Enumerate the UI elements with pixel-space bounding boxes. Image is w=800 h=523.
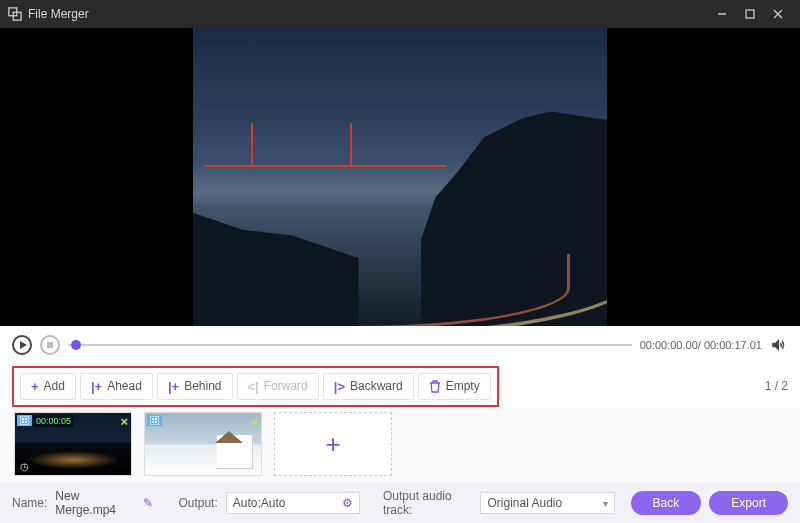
export-button[interactable]: Export [709, 491, 788, 515]
add-label: Add [44, 379, 65, 393]
clip-item[interactable]: 00:00:05 × ◷ [14, 412, 132, 476]
minimize-button[interactable] [708, 0, 736, 28]
svg-rect-7 [22, 418, 24, 420]
titlebar: File Merger [0, 0, 800, 28]
ahead-button[interactable]: |+Ahead [80, 373, 153, 400]
time-display: 00:00:00.00/ 00:00:17.01 [640, 339, 762, 351]
chevron-down-icon: ▾ [603, 498, 608, 509]
maximize-button[interactable] [736, 0, 764, 28]
clip-item[interactable]: × [144, 412, 262, 476]
footer-bar: Name:New Merge.mp4 ✎ Output: Auto;Auto ⚙… [0, 483, 800, 523]
toolbar-highlight-box: +Add |+Ahead |+Behind <|Forward |>Backwa… [12, 366, 499, 407]
add-clip-tile[interactable]: + [274, 412, 392, 476]
svg-rect-11 [150, 416, 159, 425]
svg-rect-9 [22, 421, 24, 423]
back-button[interactable]: Back [631, 491, 702, 515]
clip-duration: 00:00:05 [33, 415, 74, 427]
seek-bar[interactable] [68, 344, 632, 346]
svg-rect-15 [155, 421, 157, 423]
output-value: Auto;Auto [233, 496, 286, 510]
svg-rect-13 [155, 418, 157, 420]
plus-icon: + [325, 429, 340, 460]
app-icon [8, 7, 22, 21]
clip-type-icon [17, 415, 32, 426]
clock-icon[interactable]: ◷ [17, 459, 31, 473]
seek-thumb[interactable] [71, 340, 81, 350]
svg-rect-8 [25, 418, 27, 420]
forward-button[interactable]: <|Forward [237, 373, 319, 400]
audio-track-select[interactable]: Original Audio ▾ [480, 492, 614, 514]
app-title: File Merger [28, 7, 89, 21]
video-preview[interactable] [193, 28, 607, 326]
close-button[interactable] [764, 0, 792, 28]
clip-type-icon [147, 415, 162, 426]
behind-label: Behind [184, 379, 221, 393]
video-preview-area [0, 28, 800, 326]
output-select[interactable]: Auto;Auto ⚙ [226, 492, 360, 514]
add-button[interactable]: +Add [20, 373, 76, 400]
output-label: Output: [178, 496, 217, 510]
forward-label: Forward [264, 379, 308, 393]
clip-remove-icon[interactable]: × [250, 414, 258, 429]
pager: 1 / 2 [765, 379, 788, 393]
player-controls: 00:00:00.00/ 00:00:17.01 [0, 326, 800, 364]
stop-button[interactable] [40, 335, 60, 355]
backward-label: Backward [350, 379, 403, 393]
svg-rect-12 [152, 418, 154, 420]
audio-track-label: Output audio track: [383, 489, 473, 517]
bar-chevron-right-icon: |> [334, 379, 345, 394]
chevron-left-bar-icon: <| [248, 379, 259, 394]
audio-track-value: Original Audio [487, 496, 562, 510]
toolbar-row: +Add |+Ahead |+Behind <|Forward |>Backwa… [0, 364, 800, 408]
svg-rect-3 [746, 10, 754, 18]
name-value: New Merge.mp4 [55, 489, 133, 517]
bar-plus-icon: |+ [168, 379, 179, 394]
name-label: Name: [12, 496, 47, 510]
edit-name-icon[interactable]: ✎ [143, 496, 153, 510]
gear-icon[interactable]: ⚙ [342, 496, 353, 510]
svg-rect-6 [20, 416, 29, 425]
plus-icon: + [31, 379, 39, 394]
behind-button[interactable]: |+Behind [157, 373, 233, 400]
empty-button[interactable]: Empty [418, 373, 491, 400]
clip-remove-icon[interactable]: × [120, 414, 128, 429]
play-button[interactable] [12, 335, 32, 355]
svg-rect-14 [152, 421, 154, 423]
empty-label: Empty [446, 379, 480, 393]
trash-icon [429, 380, 441, 393]
bar-plus-icon: |+ [91, 379, 102, 394]
volume-icon[interactable] [770, 336, 788, 354]
backward-button[interactable]: |>Backward [323, 373, 414, 400]
svg-rect-10 [25, 421, 27, 423]
clip-strip: 00:00:05 × ◷ × + [0, 408, 800, 483]
ahead-label: Ahead [107, 379, 142, 393]
